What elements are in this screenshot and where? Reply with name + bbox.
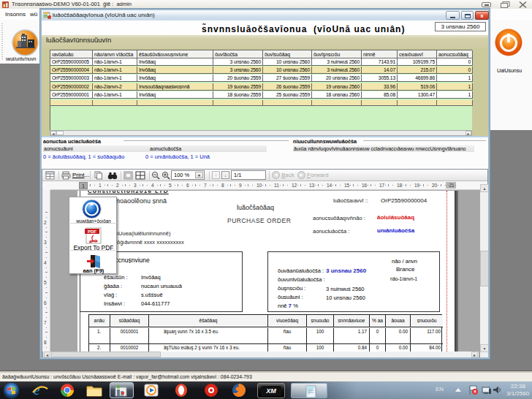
svg-text:PDF: PDF (88, 229, 96, 234)
